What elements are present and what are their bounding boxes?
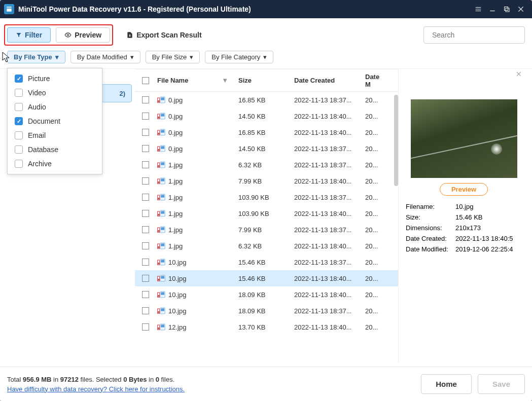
type-option[interactable]: Email — [8, 128, 102, 142]
file-modified: 20... — [363, 307, 387, 315]
maximize-icon[interactable] — [500, 2, 514, 16]
col-size[interactable]: Size — [236, 77, 292, 84]
table-row[interactable]: 10.jpg 15.46 KB 2022-11-13 18:37... 20..… — [135, 254, 398, 270]
row-checkbox[interactable] — [142, 259, 149, 266]
checkbox-icon[interactable] — [15, 89, 23, 97]
col-created[interactable]: Date Created — [292, 77, 363, 84]
filter-by-date[interactable]: By Date Modified▾ — [70, 51, 140, 63]
close-preview-icon[interactable]: ✕ — [516, 70, 522, 78]
table-row[interactable]: 1.jpg 6.32 KB 2022-11-13 18:37... 20... — [135, 157, 398, 173]
type-option[interactable]: Video — [8, 86, 102, 100]
row-checkbox[interactable] — [142, 210, 149, 217]
checkbox-icon[interactable] — [15, 75, 23, 83]
file-icon — [157, 226, 165, 233]
table-row[interactable]: 10.jpg 18.09 KB 2022-11-13 18:37... 20..… — [135, 303, 398, 319]
file-name: 10.jpg — [168, 259, 186, 266]
file-size: 14.50 KB — [236, 145, 292, 153]
type-option[interactable]: Document — [8, 114, 102, 128]
file-modified: 20... — [363, 129, 387, 136]
export-button[interactable]: Export Scan Result — [118, 28, 209, 42]
file-modified: 20... — [363, 226, 387, 234]
file-name: 10.jpg — [168, 275, 186, 282]
tab-count[interactable]: 2) — [101, 84, 132, 102]
table-row[interactable]: 1.jpg 7.99 KB 2022-11-13 18:37... 20... — [135, 222, 398, 238]
file-size: 103.90 KB — [236, 210, 292, 217]
minimize-icon[interactable] — [485, 2, 500, 16]
row-checkbox[interactable] — [142, 129, 149, 136]
table-body: 0.jpg 16.85 KB 2022-11-13 18:37... 20...… — [135, 92, 398, 362]
row-checkbox[interactable] — [142, 113, 149, 120]
file-created: 2022-11-13 18:40... — [292, 291, 363, 299]
checkbox-icon[interactable] — [15, 103, 23, 111]
meta-dim-k: Dimensions: — [406, 224, 455, 232]
file-modified: 20... — [363, 275, 387, 282]
row-checkbox[interactable] — [142, 177, 149, 185]
svg-rect-27 — [161, 211, 164, 213]
row-checkbox[interactable] — [142, 291, 149, 298]
row-checkbox[interactable] — [142, 161, 149, 168]
table-row[interactable]: 0.jpg 16.85 KB 2022-11-13 18:40... 20... — [135, 124, 398, 140]
row-checkbox[interactable] — [142, 323, 149, 331]
save-button[interactable]: Save — [478, 374, 525, 394]
select-all-checkbox[interactable] — [142, 77, 149, 84]
row-checkbox[interactable] — [142, 226, 149, 233]
table-row[interactable]: 1.jpg 6.32 KB 2022-11-13 18:40... 20... — [135, 238, 398, 254]
file-size: 7.99 KB — [236, 226, 292, 234]
help-link[interactable]: Have difficulty with data recovery? Clic… — [7, 385, 185, 393]
row-checkbox[interactable] — [142, 275, 149, 282]
table-row[interactable]: 0.jpg 14.50 KB 2022-11-13 18:40... 20... — [135, 108, 398, 124]
preview-button[interactable]: Preview — [56, 27, 110, 43]
menu-icon[interactable] — [471, 2, 485, 16]
close-icon[interactable] — [514, 2, 528, 16]
col-modified[interactable]: Date M — [363, 73, 387, 88]
type-option-label: Video — [28, 89, 46, 97]
search-input[interactable] — [432, 31, 521, 39]
sort-arrow-icon[interactable]: ▼ — [222, 77, 228, 84]
row-checkbox[interactable] — [142, 194, 149, 201]
table-row[interactable]: 0.jpg 16.85 KB 2022-11-13 18:37... 20... — [135, 92, 398, 108]
row-checkbox[interactable] — [142, 96, 149, 103]
table-row[interactable]: 0.jpg 14.50 KB 2022-11-13 18:37... 20... — [135, 140, 398, 157]
type-option-label: Archive — [28, 160, 52, 168]
meta-modified-k: Date Modified: — [406, 245, 455, 253]
file-icon — [157, 96, 165, 103]
type-option[interactable]: Picture — [8, 71, 102, 86]
file-icon — [157, 307, 165, 314]
file-name: 12.jpg — [168, 323, 186, 331]
table-row[interactable]: 1.jpg 103.90 KB 2022-11-13 18:40... 20..… — [135, 205, 398, 222]
filter-by-type[interactable]: By File Type▾ — [7, 51, 65, 63]
checkbox-icon[interactable] — [15, 131, 23, 139]
table-row[interactable]: 1.jpg 7.99 KB 2022-11-13 18:40... 20... — [135, 173, 398, 189]
type-option[interactable]: Archive — [8, 157, 102, 171]
checkbox-icon[interactable] — [15, 160, 23, 168]
filter-by-size[interactable]: By File Size▾ — [146, 51, 200, 63]
file-created: 2022-11-13 18:40... — [292, 323, 363, 331]
chevron-down-icon: ▾ — [190, 53, 193, 61]
filter-bar: By File Type▾ By Date Modified▾ By File … — [0, 48, 532, 69]
row-checkbox[interactable] — [142, 145, 149, 152]
filter-icon — [16, 32, 22, 38]
file-size: 18.09 KB — [236, 307, 292, 315]
meta-modified-v: 2019-12-06 22:25:4 — [455, 245, 513, 253]
col-filename[interactable]: File Name — [157, 77, 188, 84]
filter-by-category[interactable]: By File Category▾ — [205, 51, 273, 63]
file-icon — [157, 291, 165, 298]
search-box[interactable] — [423, 26, 525, 44]
home-button[interactable]: Home — [421, 374, 472, 394]
type-option[interactable]: Database — [8, 142, 102, 157]
row-checkbox[interactable] — [142, 242, 149, 249]
filter-button[interactable]: Filter — [7, 27, 51, 43]
file-icon — [157, 210, 165, 217]
table-row[interactable]: 12.jpg 13.70 KB 2022-11-13 18:40... 20..… — [135, 319, 398, 335]
type-option[interactable]: Audio — [8, 100, 102, 114]
table-row[interactable]: 10.jpg 18.09 KB 2022-11-13 18:40... 20..… — [135, 286, 398, 303]
table-row[interactable]: 10.jpg 15.46 KB 2022-11-13 18:40... 20..… — [135, 270, 398, 286]
file-created: 2022-11-13 18:37... — [292, 194, 363, 201]
table-row[interactable]: 1.jpg 103.90 KB 2022-11-13 18:37... 20..… — [135, 189, 398, 205]
file-icon — [157, 323, 165, 331]
checkbox-icon[interactable] — [15, 145, 23, 154]
checkbox-icon[interactable] — [15, 117, 23, 125]
file-modified: 20... — [363, 161, 387, 169]
row-checkbox[interactable] — [142, 307, 149, 314]
open-preview-button[interactable]: Preview — [440, 183, 488, 196]
